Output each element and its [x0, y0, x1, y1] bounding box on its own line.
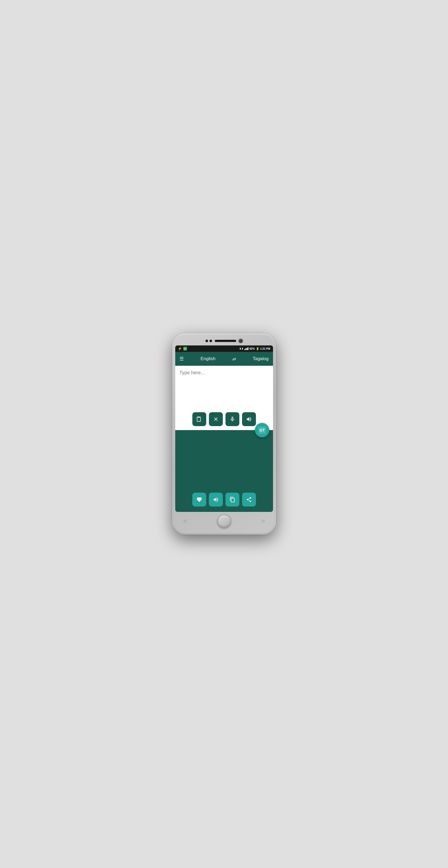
- home-button[interactable]: [218, 515, 231, 528]
- clipboard-icon: [196, 416, 202, 422]
- swap-languages-icon[interactable]: ⇄: [232, 356, 236, 362]
- wifi-icon: ⬆⬇: [239, 347, 243, 350]
- favorite-button[interactable]: [192, 493, 206, 506]
- translate-fab-button[interactable]: GT: [255, 423, 269, 437]
- status-bar: ⚡ ● ⬆⬇ 92% 🔋 1:31 PM: [175, 345, 273, 352]
- svg-text:GT: GT: [259, 428, 265, 432]
- signal-bars: [245, 347, 249, 350]
- google-translate-icon: GT: [258, 426, 266, 434]
- hamburger-menu-icon[interactable]: ☰: [180, 356, 184, 361]
- sensor-dot-2: [210, 340, 212, 342]
- microphone-icon: [229, 416, 235, 422]
- input-area: GT: [175, 366, 273, 430]
- status-bar-right: ⬆⬇ 92% 🔋 1:31 PM: [239, 347, 270, 350]
- time-display: 1:31 PM: [260, 347, 270, 350]
- input-speaker-icon: [246, 416, 252, 422]
- app-header: ☰ English ⇄ Tagalog: [175, 352, 273, 366]
- clipboard-button[interactable]: [192, 412, 206, 426]
- signal-bar-1: [245, 349, 245, 350]
- clear-icon: [213, 416, 219, 422]
- copy-icon: [229, 497, 235, 502]
- output-action-buttons: [175, 490, 273, 509]
- phone-top-hardware: [175, 338, 273, 345]
- heart-icon: [196, 497, 202, 502]
- clear-button[interactable]: [209, 412, 223, 426]
- output-speaker-button[interactable]: [209, 493, 223, 506]
- status-bar-left: ⚡ ●: [178, 347, 187, 350]
- text-input-field[interactable]: [175, 366, 273, 408]
- phone-bottom-hardware: ◁ ▷: [175, 512, 273, 529]
- signal-bar-4: [248, 347, 249, 350]
- sensor-dot-1: [205, 340, 208, 342]
- phone-camera: [239, 339, 243, 343]
- phone-frame: ⚡ ● ⬆⬇ 92% 🔋 1:31 PM ☰ English ⇄ Tag: [172, 333, 276, 535]
- app-status-icon: ●: [183, 347, 187, 350]
- input-speaker-button[interactable]: [242, 412, 256, 426]
- phone-sensors: [205, 340, 212, 342]
- target-language-label[interactable]: Tagalog: [253, 356, 269, 362]
- phone-speaker-grille: [215, 340, 236, 342]
- source-language-label[interactable]: English: [201, 356, 216, 362]
- copy-button[interactable]: [225, 493, 239, 506]
- battery-percent: 92%: [250, 347, 255, 350]
- share-button[interactable]: [242, 493, 256, 506]
- signal-bar-3: [247, 348, 247, 350]
- battery-icon: 🔋: [256, 347, 259, 350]
- signal-bar-2: [246, 348, 246, 350]
- output-area: [175, 430, 273, 512]
- output-speaker-icon: [213, 497, 219, 502]
- phone-screen: ⚡ ● ⬆⬇ 92% 🔋 1:31 PM ☰ English ⇄ Tag: [175, 345, 273, 512]
- share-icon: [246, 497, 252, 502]
- usb-icon: ⚡: [178, 347, 182, 350]
- microphone-button[interactable]: [225, 412, 239, 426]
